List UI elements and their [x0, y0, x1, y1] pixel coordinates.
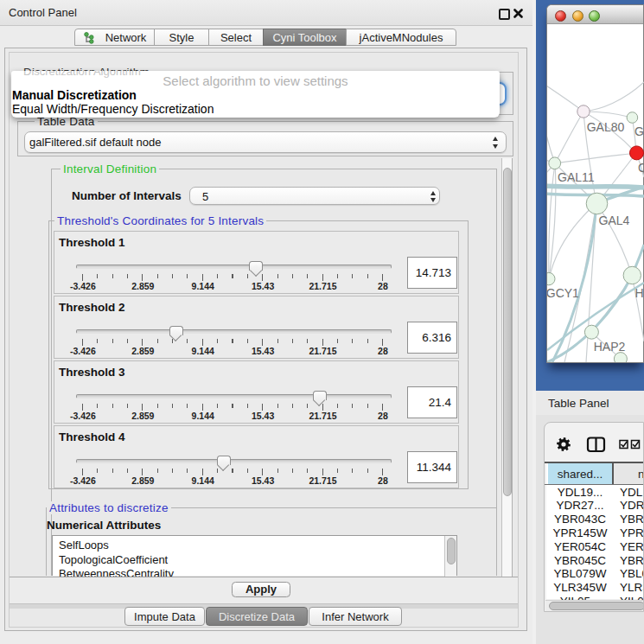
svg-text:CD: CD — [638, 161, 644, 175]
svg-text:GAL: GAL — [634, 124, 644, 138]
svg-text:GAL80: GAL80 — [587, 120, 625, 134]
svg-text:HI: HI — [635, 286, 644, 300]
svg-text:HAP2: HAP2 — [594, 340, 626, 354]
svg-text:GAL11: GAL11 — [558, 170, 595, 184]
svg-text:GAL4: GAL4 — [599, 214, 630, 227]
svg-text:GCY1: GCY1 — [547, 286, 579, 300]
